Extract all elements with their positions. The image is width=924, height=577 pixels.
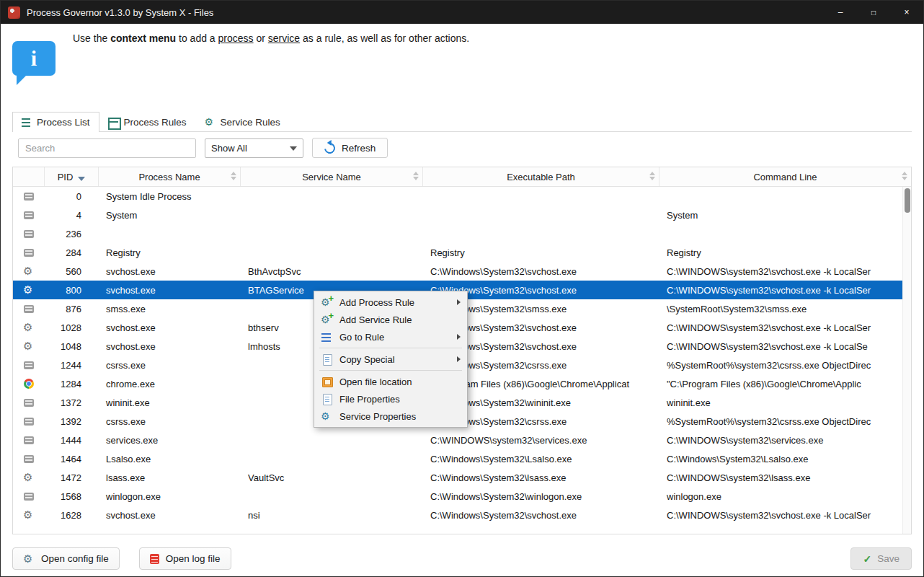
menu-item-go-to-rule[interactable]: Go to Rule xyxy=(316,328,466,345)
menu-separator xyxy=(319,348,462,348)
open-log-button[interactable]: Open log file xyxy=(139,547,231,570)
menu-item-file-properties[interactable]: File Properties xyxy=(316,390,466,408)
cell-command-line: C:\WINDOWS\system32\svchost.exe -k Local… xyxy=(659,510,911,521)
column-header-executable-path[interactable]: Executable Path xyxy=(423,167,659,186)
table-row[interactable]: 1568 winlogon.exe C:\Windows\System32\wi… xyxy=(13,487,911,506)
tab-label: Service Rules xyxy=(221,117,280,128)
table-row[interactable]: 0 System Idle Process xyxy=(13,187,911,206)
window-title: Process Governor v1.3.0 by System X - Fi… xyxy=(27,7,213,18)
table-row[interactable]: 1464 Lsalso.exe C:\Windows\System32\Lsal… xyxy=(13,449,911,468)
menu-item-label: Go to Rule xyxy=(339,332,384,343)
column-header-pid[interactable]: PID xyxy=(45,167,99,186)
search-input[interactable] xyxy=(18,138,196,158)
sort-arrows-icon xyxy=(231,172,236,180)
column-header-command-line[interactable]: Command Line xyxy=(659,167,911,186)
copy-special-icon xyxy=(320,353,334,366)
open-config-label: Open config file xyxy=(41,553,109,564)
menu-item-add-process-rule[interactable]: Add Process Rule xyxy=(316,294,466,311)
tab-service-rules[interactable]: Service Rules xyxy=(196,113,290,131)
go-to-rule-icon xyxy=(320,331,334,343)
vertical-scrollbar[interactable] xyxy=(902,187,911,534)
process-link[interactable]: process xyxy=(218,32,254,44)
service-icon xyxy=(23,265,35,277)
table-row[interactable]: 236 xyxy=(13,224,911,243)
table-row[interactable]: 284 Registry Registry Registry xyxy=(13,243,911,262)
process-icon xyxy=(24,249,34,257)
cell-executable-path: C:\Windows\System32\Lsalso.exe xyxy=(423,454,659,464)
open-config-button[interactable]: Open config file xyxy=(12,547,120,570)
cell-command-line: Registry xyxy=(659,247,911,258)
refresh-label: Refresh xyxy=(342,143,376,154)
cell-command-line: System xyxy=(659,210,911,221)
rules-icon xyxy=(107,118,119,128)
cell-pid: 1028 xyxy=(45,322,99,333)
refresh-icon xyxy=(322,141,337,156)
check-icon: ✓ xyxy=(863,553,871,565)
tab-process-rules[interactable]: Process Rules xyxy=(99,113,196,131)
chrome-icon xyxy=(24,379,34,389)
cell-process-name: wininit.exe xyxy=(99,397,241,408)
cell-command-line: C:\WINDOWS\system32\svchost.exe -k Local… xyxy=(659,322,911,333)
table-row[interactable]: 560 svchost.exe BthAvctpSvc C:\Windows\S… xyxy=(13,262,911,281)
process-icon xyxy=(24,455,34,463)
table-row[interactable]: 1472 lsass.exe VaultSvc C:\Windows\Syste… xyxy=(13,468,911,487)
column-header-service-name[interactable]: Service Name xyxy=(241,167,423,186)
info-text: Use the context menu to add a process or… xyxy=(12,24,912,44)
cell-pid: 1472 xyxy=(45,472,99,483)
menu-item-add-service-rule[interactable]: Add Service Rule xyxy=(316,311,466,328)
cell-command-line: wininit.exe xyxy=(659,397,911,408)
column-header-process-name[interactable]: Process Name xyxy=(99,167,241,186)
filter-dropdown[interactable]: Show All xyxy=(205,138,303,158)
toolbar: Show All Refresh xyxy=(12,138,912,158)
submenu-arrow-icon xyxy=(457,299,461,305)
cell-pid: 0 xyxy=(45,191,99,202)
cell-command-line: %SystemRoot%\system32\csrss.exe ObjectDi… xyxy=(659,416,911,427)
cell-pid: 1444 xyxy=(45,435,99,446)
table-row[interactable]: 1444 services.exe C:\WINDOWS\system32\se… xyxy=(13,431,911,449)
cell-executable-path: Registry xyxy=(423,247,659,258)
cell-service-name: BthAvctpSvc xyxy=(241,266,423,277)
refresh-button[interactable]: Refresh xyxy=(312,138,388,158)
process-icon xyxy=(24,193,34,201)
cell-executable-path: C:\WINDOWS\system32\services.exe xyxy=(423,435,659,446)
cell-service-name: VaultSvc xyxy=(241,472,423,483)
save-button[interactable]: ✓ Save xyxy=(850,547,912,570)
service-icon xyxy=(23,509,35,521)
menu-item-copy-special[interactable]: Copy Special xyxy=(316,351,466,368)
process-icon xyxy=(24,399,34,407)
menu-item-label: Open file location xyxy=(339,376,412,387)
menu-item-service-properties[interactable]: Service Properties xyxy=(316,408,466,425)
add-process-rule-icon xyxy=(320,296,334,309)
submenu-arrow-icon xyxy=(457,356,461,362)
tab-label: Process Rules xyxy=(124,117,187,128)
maximize-button[interactable]: □ xyxy=(857,1,890,24)
process-icon xyxy=(24,436,34,444)
menu-item-open-file-location[interactable]: Open file location xyxy=(316,373,466,390)
scrollbar-thumb[interactable] xyxy=(905,188,910,213)
cell-process-name: winlogon.exe xyxy=(99,491,241,502)
table-row[interactable]: 1628 svchost.exe nsi C:\Windows\System32… xyxy=(13,506,911,524)
info-icon: i xyxy=(12,41,55,76)
table-row[interactable]: 4 System System xyxy=(13,206,911,224)
menu-separator xyxy=(319,370,462,371)
chevron-down-icon xyxy=(290,146,297,154)
cell-process-name: svchost.exe xyxy=(99,341,241,352)
cell-executable-path: C:\Windows\System32\winlogon.exe xyxy=(423,491,659,502)
close-button[interactable]: × xyxy=(890,1,923,24)
app-icon xyxy=(8,6,20,19)
minimize-button[interactable]: – xyxy=(824,1,857,24)
cell-pid: 800 xyxy=(45,285,99,296)
service-icon xyxy=(23,322,35,333)
window-controls: – □ × xyxy=(824,1,923,24)
tab-process-list[interactable]: Process List xyxy=(12,112,99,132)
cell-command-line: C:\WINDOWS\system32\lsass.exe xyxy=(659,472,911,483)
cell-command-line: "C:\Program Files (x86)\Google\Chrome\Ap… xyxy=(659,379,911,389)
menu-item-label: Add Process Rule xyxy=(339,297,414,308)
filter-dropdown-value: Show All xyxy=(211,143,247,154)
service-link[interactable]: service xyxy=(268,32,300,44)
cell-process-name: csrss.exe xyxy=(99,360,241,371)
cell-process-name: smss.exe xyxy=(99,304,241,314)
column-header-label: Executable Path xyxy=(507,172,575,182)
service-icon xyxy=(23,472,35,483)
column-header-label: Process Name xyxy=(138,172,200,182)
